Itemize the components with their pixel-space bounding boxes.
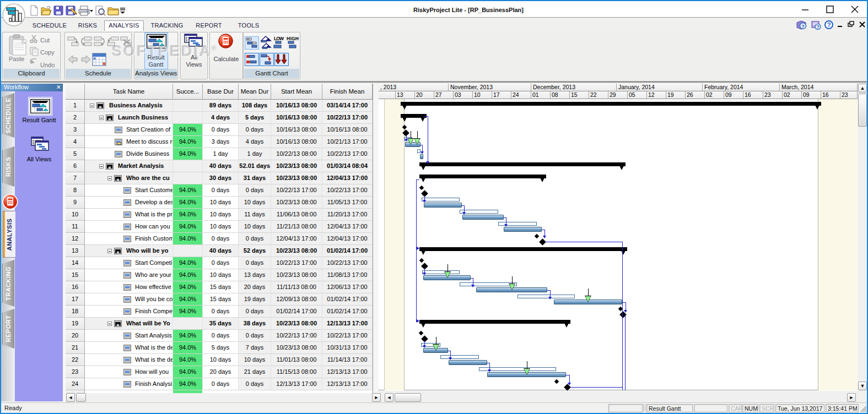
svg-text:?: ? — [827, 21, 831, 28]
svg-text:HIGH: HIGH — [287, 36, 299, 41]
svg-text:?: ? — [816, 24, 819, 30]
svg-text:?: ? — [801, 24, 805, 29]
svg-text:LOW: LOW — [274, 36, 284, 41]
